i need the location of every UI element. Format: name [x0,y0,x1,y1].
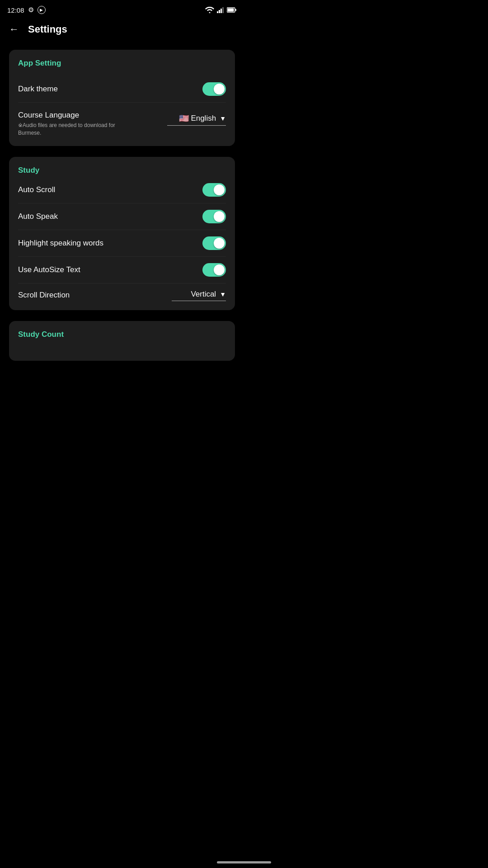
highlight-words-toggle[interactable] [202,236,226,250]
status-right [205,7,237,13]
battery-icon [227,7,237,13]
scroll-direction-value: Vertical [191,290,216,299]
auto-scroll-toggle[interactable] [202,183,226,197]
auto-speak-label: Auto Speak [18,212,58,221]
scroll-direction-dropdown[interactable]: Vertical ▼ [172,290,226,301]
svg-rect-6 [228,9,234,12]
study-count-card: Study Count [9,321,235,361]
highlight-words-toggle-thumb [214,238,225,249]
study-card: Study Auto Scroll Auto Speak Highlight s… [9,157,235,310]
auto-scroll-row: Auto Scroll [18,183,226,203]
dark-theme-toggle-thumb [214,84,225,94]
auto-speak-toggle-thumb [214,211,225,222]
language-flag-icon: 🇺🇸 [179,113,189,123]
scroll-direction-row: Scroll Direction Vertical ▼ [18,283,226,301]
page-title: Settings [28,24,67,35]
dark-theme-row: Dark theme [18,76,226,103]
course-language-sublabel: ※Audio files are needed to download for … [18,122,117,137]
status-left: 12:08 ⚙ ▶ [7,6,46,14]
svg-rect-5 [235,9,237,11]
dark-theme-toggle[interactable] [202,82,226,96]
auto-speak-row: Auto Speak [18,203,226,230]
scroll-direction-arrow-icon: ▼ [220,291,226,298]
app-setting-title: App Setting [18,59,226,68]
auto-speak-toggle[interactable] [202,210,226,223]
svg-rect-0 [217,11,218,13]
language-dropdown-arrow-icon: ▼ [220,115,226,122]
gear-status-icon: ⚙ [28,6,34,14]
course-language-row: Course Language ※Audio files are needed … [18,103,226,137]
play-status-icon: ▶ [38,6,46,14]
main-content: App Setting Dark theme Course Language ※… [0,44,244,366]
dark-theme-label: Dark theme [18,85,58,94]
course-language-label: Course Language [18,111,117,120]
autosize-text-toggle[interactable] [202,263,226,277]
course-language-dropdown[interactable]: 🇺🇸 English ▼ [167,113,226,126]
status-time: 12:08 [7,6,24,14]
autosize-text-row: Use AutoSize Text [18,257,226,283]
toolbar: ← Settings [0,18,244,44]
highlight-words-label: Highlight speaking words [18,239,103,248]
scroll-direction-label: Scroll Direction [18,291,70,300]
svg-rect-3 [222,7,224,13]
autosize-text-toggle-thumb [214,264,225,275]
study-title: Study [18,166,226,175]
app-setting-card: App Setting Dark theme Course Language ※… [9,50,235,146]
study-count-title: Study Count [18,330,226,339]
svg-rect-1 [219,10,220,13]
back-button[interactable]: ← [7,22,21,37]
auto-scroll-label: Auto Scroll [18,185,55,194]
svg-rect-2 [221,9,222,13]
autosize-text-label: Use AutoSize Text [18,265,80,274]
wifi-icon [205,7,214,13]
course-language-label-group: Course Language ※Audio files are needed … [18,111,117,137]
signal-icon [217,7,224,13]
language-dropdown-value: English [191,114,216,123]
highlight-words-row: Highlight speaking words [18,230,226,257]
status-bar: 12:08 ⚙ ▶ [0,0,244,18]
auto-scroll-toggle-thumb [214,184,225,195]
